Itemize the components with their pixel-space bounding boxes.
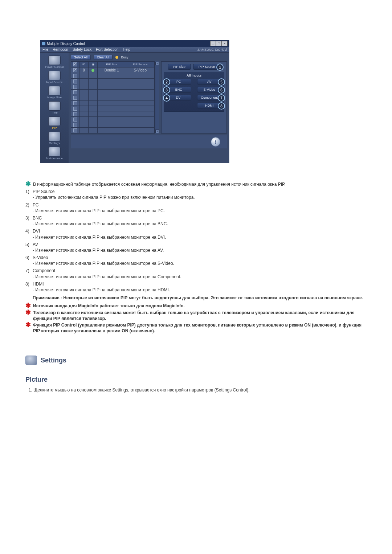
close-button[interactable]: ×	[222, 41, 228, 46]
list-item: 8)HDMI- Изменяет источник сигнала PIP на…	[25, 281, 367, 293]
star-icon: ✱	[25, 310, 31, 315]
row-checkbox[interactable]	[73, 79, 77, 83]
list-item: Щелкните мышью на основном значке Settin…	[33, 387, 367, 393]
tab-pip-source[interactable]: PIP Source 1	[193, 64, 220, 70]
component-button[interactable]: Component 7	[197, 95, 222, 100]
warning-1: Источник ввода для MagicInfo работает то…	[33, 303, 185, 309]
av-button[interactable]: AV 5	[197, 79, 222, 85]
settings-icon	[48, 132, 61, 141]
col-pip-source: PIP Source	[126, 62, 155, 67]
sidebar-item-input-source[interactable]: Input Source	[42, 70, 66, 85]
numbered-list: 1)PIP Source- Управлять источником сигна…	[25, 189, 367, 293]
all-inputs-group: All Inputs 2 PC AV 5	[164, 72, 224, 112]
scroll-down-icon[interactable]: ▼	[155, 130, 159, 133]
table-row[interactable]	[71, 100, 155, 106]
callout-4: 4	[163, 94, 170, 102]
title-bar: Multiple Display Control _ □ ×	[40, 40, 229, 47]
sidebar-item-maintenance[interactable]: Maintenance	[42, 146, 66, 161]
row-checkbox[interactable]	[73, 96, 77, 100]
settings-section-icon	[25, 356, 37, 365]
callout-8: 8	[218, 102, 225, 110]
hdmi-button[interactable]: HDMI 8	[197, 103, 222, 108]
table-row[interactable]	[71, 117, 155, 122]
all-inputs-title: All Inputs	[166, 74, 222, 77]
menu-help[interactable]: Help	[123, 48, 130, 52]
row-checkbox[interactable]	[73, 85, 77, 89]
right-panel: PIP Size PIP Source 1 All Inputs 2	[161, 61, 227, 134]
list-item: 6)S-Video- Изменяет источник сигнала PIP…	[25, 255, 367, 266]
sidebar-item-image-size[interactable]: Image Size	[42, 85, 66, 100]
list-item: 1)PIP Source- Управлять источником сигна…	[25, 189, 367, 200]
row-checkbox[interactable]	[73, 123, 77, 127]
row-checkbox[interactable]	[73, 74, 77, 78]
table-row[interactable]	[71, 111, 155, 117]
star-icon: ✱	[25, 322, 31, 327]
select-all-button[interactable]: Select All	[71, 55, 91, 60]
clear-all-button[interactable]: Clear All	[94, 55, 113, 60]
time-icon	[48, 101, 61, 111]
sidebar: Power Control Input Source Image Size Ti…	[40, 53, 69, 163]
menu-file[interactable]: File	[42, 48, 48, 52]
col-id: ID	[79, 62, 89, 67]
list-item: 4)DVI- Изменяет источник сигнала PIP на …	[25, 228, 367, 240]
row-checkbox[interactable]	[73, 118, 77, 122]
dvi-button[interactable]: 4 DVI	[166, 95, 191, 100]
scroll-up-icon[interactable]: ▲	[155, 62, 159, 65]
table-row[interactable]	[71, 79, 155, 84]
table-scrollbar[interactable]: ▲ ▼	[155, 61, 159, 134]
note-text: Примечание.: Некоторые из источников PIP…	[33, 295, 363, 300]
warning-3: Функция PIP Control (управление режимом …	[33, 322, 367, 334]
menu-safety-lock[interactable]: Safety Lock	[73, 48, 91, 52]
input-source-icon	[48, 71, 61, 80]
menu-remocon[interactable]: Remocon	[53, 48, 68, 52]
list-item: 2)PC- Изменяет источник сигнала PIP на в…	[25, 202, 367, 214]
row-checkbox[interactable]	[73, 128, 77, 132]
callout-7: 7	[218, 94, 225, 102]
pip-icon	[48, 116, 61, 126]
star-icon: ✱	[25, 303, 31, 308]
app-icon	[42, 42, 45, 45]
image-size-icon	[48, 86, 61, 95]
tab-pip-size[interactable]: PIP Size	[168, 64, 191, 70]
table-row[interactable]	[71, 106, 155, 111]
warning-2: Телевизор в качестве источника сигнала м…	[33, 310, 367, 321]
list-item: 3)BNC- Изменяет источник сигнала PIP на …	[25, 215, 367, 227]
list-item: 5)AV- Изменяет источник сигнала PIP на в…	[25, 242, 367, 253]
table-row[interactable]	[71, 90, 155, 95]
maximize-button[interactable]: □	[216, 41, 222, 46]
sidebar-item-time[interactable]: Time	[42, 100, 66, 115]
table-row[interactable]	[71, 84, 155, 90]
svideo-button[interactable]: S-Video 6	[197, 87, 222, 93]
col-pip-size: PIP Size	[98, 62, 126, 67]
status-dot-icon	[91, 69, 94, 72]
bnc-button[interactable]: 3 BNC	[166, 87, 191, 93]
list-item: 7)Component- Изменяет источник сигнала P…	[25, 268, 367, 279]
info-orb-icon[interactable]: !	[211, 137, 220, 147]
minimize-button[interactable]: _	[210, 41, 216, 46]
sidebar-item-settings[interactable]: Settings	[42, 131, 66, 145]
table-row[interactable]	[71, 95, 155, 100]
row-checkbox[interactable]	[73, 90, 77, 94]
settings-heading: Settings	[25, 356, 367, 365]
sidebar-item-pip[interactable]: PIP	[42, 116, 66, 130]
row-checkbox[interactable]	[73, 68, 77, 72]
brand-label: SAMSUNG DIGITAll	[197, 48, 227, 52]
star-icon: ✱	[25, 181, 31, 186]
header-checkbox[interactable]	[73, 62, 77, 66]
sidebar-item-power-control[interactable]: Power Control	[42, 55, 66, 69]
table-row[interactable]	[71, 128, 155, 133]
busy-indicator-icon	[115, 56, 118, 59]
callout-6: 6	[218, 86, 225, 94]
row-checkbox[interactable]	[73, 112, 77, 116]
table-row[interactable]	[71, 73, 155, 79]
row-checkbox[interactable]	[73, 107, 77, 111]
power-icon	[48, 56, 61, 65]
window-title: Multiple Display Control	[47, 42, 85, 46]
pc-button[interactable]: 2 PC	[166, 79, 191, 85]
table-row[interactable]: 0 Double 1 S-Video	[71, 67, 155, 73]
busy-label: Busy	[121, 56, 128, 59]
picture-heading: Picture	[25, 375, 367, 384]
table-row[interactable]	[71, 122, 155, 128]
row-checkbox[interactable]	[73, 101, 77, 105]
menu-port-selection[interactable]: Port Selection	[96, 48, 118, 52]
